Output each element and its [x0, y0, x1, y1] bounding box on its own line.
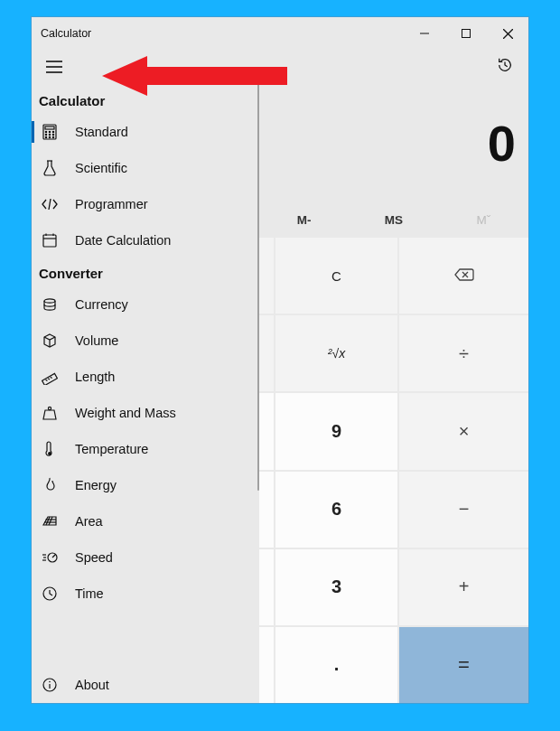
- svg-point-46: [49, 681, 51, 683]
- clock-icon: [41, 585, 59, 603]
- nav-item-speed[interactable]: Speed: [32, 539, 259, 576]
- key-divide[interactable]: ÷: [399, 315, 528, 391]
- nav-label: About: [75, 678, 109, 692]
- key-backspace[interactable]: [399, 238, 528, 314]
- nav-item-volume[interactable]: Volume: [32, 323, 259, 359]
- weight-icon: [41, 404, 59, 422]
- svg-line-29: [46, 380, 48, 381]
- cube-icon: [41, 332, 59, 350]
- close-button[interactable]: [487, 17, 528, 50]
- calculator-icon: [41, 123, 59, 141]
- flask-icon: [41, 159, 59, 177]
- key-3[interactable]: 3: [275, 549, 397, 625]
- svg-rect-1: [462, 30, 471, 38]
- nav-label: Currency: [75, 297, 128, 312]
- key-partial[interactable]: [259, 472, 274, 548]
- key-minus[interactable]: −: [399, 472, 528, 548]
- nav-menu-button[interactable]: [37, 50, 71, 84]
- nav-item-time[interactable]: Time: [32, 576, 259, 612]
- nav-label: Scientific: [75, 161, 127, 175]
- flame-icon: [41, 476, 59, 494]
- svg-point-11: [52, 131, 53, 132]
- svg-point-16: [49, 136, 50, 137]
- nav-item-standard[interactable]: Standard: [32, 114, 259, 150]
- currency-icon: [41, 295, 59, 314]
- calendar-icon: [41, 231, 59, 249]
- key-equals[interactable]: =: [399, 627, 528, 703]
- result-display: 0: [259, 84, 528, 201]
- nav-label: Speed: [75, 550, 113, 565]
- nav-label: Area: [75, 514, 103, 529]
- nav-label: Date Calculation: [75, 233, 171, 248]
- nav-item-programmer[interactable]: Programmer: [32, 186, 259, 222]
- maximize-button[interactable]: [445, 17, 487, 50]
- key-multiply[interactable]: ×: [399, 393, 528, 469]
- title-bar: Calculator: [32, 17, 528, 50]
- svg-point-15: [45, 136, 46, 137]
- toolbar: [32, 50, 528, 84]
- speed-icon: [41, 548, 59, 567]
- nav-item-weight[interactable]: Weight and Mass: [32, 395, 259, 431]
- minimize-button[interactable]: [404, 17, 445, 50]
- svg-rect-20: [43, 235, 56, 247]
- nav-item-energy[interactable]: Energy: [32, 467, 259, 503]
- window-title: Calculator: [32, 27, 91, 40]
- svg-point-9: [45, 131, 46, 132]
- nav-label: Energy: [75, 478, 117, 492]
- nav-item-area[interactable]: Area: [32, 503, 259, 539]
- key-6[interactable]: 6: [275, 472, 397, 548]
- info-icon: [41, 676, 59, 694]
- svg-point-13: [49, 134, 50, 135]
- nav-label: Weight and Mass: [75, 406, 176, 420]
- nav-label: Standard: [75, 125, 128, 139]
- calculator-window: Calculator: [31, 16, 529, 704]
- nav-item-length[interactable]: Length: [32, 359, 259, 395]
- key-partial[interactable]: [259, 393, 274, 469]
- nav-item-scientific[interactable]: Scientific: [32, 150, 259, 186]
- svg-line-31: [51, 377, 52, 379]
- svg-point-12: [45, 134, 46, 135]
- svg-point-10: [49, 131, 50, 132]
- hamburger-icon: [46, 61, 62, 73]
- display-value: 0: [488, 114, 516, 173]
- key-decimal[interactable]: .: [275, 627, 397, 703]
- svg-point-17: [52, 136, 53, 137]
- key-plus[interactable]: +: [399, 549, 528, 625]
- svg-point-14: [52, 134, 53, 135]
- key-square-root[interactable]: ²√x: [275, 315, 397, 391]
- nav-heading-calculator: Calculator: [32, 86, 259, 114]
- nav-item-currency[interactable]: Currency: [32, 286, 259, 323]
- nav-label: Programmer: [75, 197, 148, 211]
- nav-label: Volume: [75, 333, 118, 348]
- nav-label: Length: [75, 370, 115, 384]
- memory-row: M- MS Mˇ: [259, 201, 528, 238]
- svg-line-30: [48, 378, 50, 380]
- nav-heading-converter: Converter: [32, 258, 259, 286]
- key-partial[interactable]: [259, 238, 274, 314]
- history-button[interactable]: [487, 50, 523, 84]
- nav-item-date-calculation[interactable]: Date Calculation: [32, 222, 259, 258]
- svg-point-27: [44, 299, 55, 303]
- key-9[interactable]: 9: [275, 393, 397, 469]
- nav-label: Time: [75, 586, 104, 601]
- history-icon: [497, 57, 513, 77]
- key-partial[interactable]: [259, 315, 274, 391]
- memory-flyout-button[interactable]: Mˇ: [439, 201, 528, 238]
- memory-minus-button[interactable]: M-: [259, 201, 349, 238]
- svg-line-19: [49, 199, 51, 210]
- key-clear[interactable]: C: [275, 238, 397, 314]
- svg-line-39: [52, 555, 55, 558]
- key-partial[interactable]: [259, 549, 274, 625]
- nav-item-temperature[interactable]: Temperature: [32, 431, 259, 467]
- memory-store-button[interactable]: MS: [349, 201, 438, 238]
- svg-rect-8: [45, 127, 54, 129]
- grid-icon: [41, 512, 59, 530]
- calculator-area: 0 M- MS Mˇ C: [259, 84, 528, 703]
- svg-point-32: [48, 407, 51, 409]
- nav-panel: Calculator Standard: [32, 84, 259, 703]
- svg-point-33: [49, 453, 51, 455]
- nav-label: Temperature: [75, 442, 148, 456]
- backspace-icon: [454, 268, 474, 284]
- key-partial[interactable]: [259, 627, 274, 703]
- nav-item-about[interactable]: About: [32, 667, 259, 703]
